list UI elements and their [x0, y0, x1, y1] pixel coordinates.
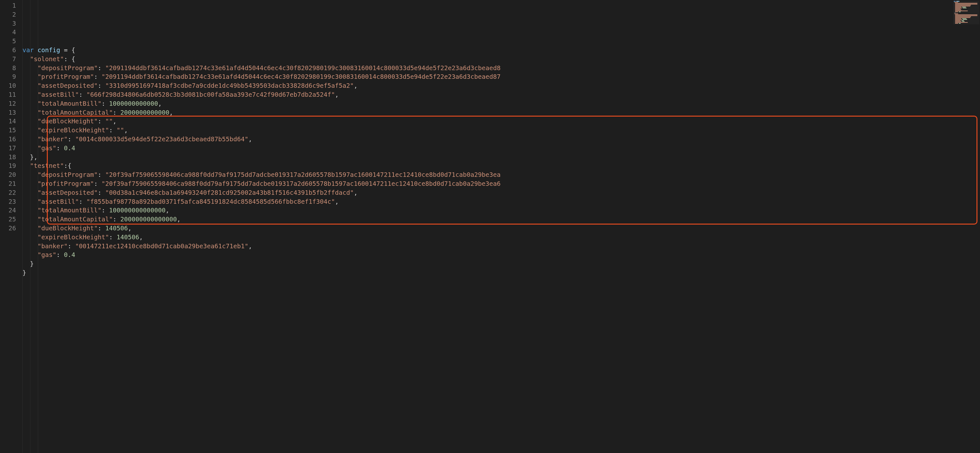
token-op: :: [98, 64, 105, 72]
minimap-segment: [962, 18, 967, 19]
code-line[interactable]: var config = {: [22, 46, 980, 55]
code-line[interactable]: "assetDeposited": "00d38a1c946e8cba1a694…: [22, 188, 980, 197]
line-number: 4: [0, 28, 16, 37]
code-line[interactable]: "dueBlockHeight": 140506,: [22, 224, 980, 233]
token-str: "dueBlockHeight": [38, 225, 98, 232]
token-op: :: [109, 127, 116, 134]
code-line[interactable]: "totalAmountCapital": 200000000000000,: [22, 215, 980, 224]
code-line[interactable]: "assetBill": "666f298d34806a6db0528c3b3d…: [22, 90, 980, 99]
token-op: }: [30, 260, 34, 268]
code-line[interactable]: "solonet": {: [22, 55, 980, 64]
line-number: 26: [0, 224, 16, 233]
code-line[interactable]: "gas": 0.4: [22, 250, 980, 260]
token-op: :: [94, 180, 101, 187]
token-op: ,: [128, 225, 132, 232]
token-str: "00147211ec12410ce8bd0d71cab0a29be3ea61c…: [75, 242, 248, 250]
token-num: 200000000000000: [120, 215, 177, 223]
line-number: 19: [0, 162, 16, 170]
token-str: "assetBill": [38, 91, 79, 98]
code-line[interactable]: "gas": 0.4: [22, 144, 980, 153]
token-str: "gas": [38, 251, 56, 258]
token-op: ,: [139, 234, 143, 241]
line-number: 2: [0, 10, 16, 19]
token-str: "20f39af759065598406ca988f0dd79af9175dd7…: [105, 171, 501, 179]
minimap-segment: [955, 16, 971, 17]
minimap[interactable]: [953, 1, 979, 24]
token-op: :: [79, 198, 86, 205]
line-number: 5: [0, 37, 16, 46]
code-line[interactable]: "dueBlockHeight": "",: [22, 117, 980, 126]
minimap-segment: [955, 11, 958, 12]
minimap-segment: [959, 23, 961, 24]
token-str: "assetDeposited": [38, 82, 98, 89]
indent-whitespace: [22, 55, 30, 63]
code-line[interactable]: "totalAmountBill": 1000000000000,: [22, 99, 980, 108]
token-op: ,: [335, 198, 339, 205]
code-line[interactable]: "depositProgram": "2091194ddbf3614cafbad…: [22, 64, 980, 73]
token-str: "2091194ddbf3614cafbadb1274c33e61afd4d50…: [102, 73, 501, 81]
minimap-segment: [955, 17, 970, 18]
code-line[interactable]: "testnet":{: [22, 162, 980, 170]
line-number: 17: [0, 144, 16, 153]
minimap-segment: [955, 9, 961, 9]
token-op: :: [102, 207, 109, 214]
minimap-segment: [955, 2, 958, 3]
token-str: "expireBlockHeight": [38, 127, 109, 134]
indent-guide: [22, 0, 23, 453]
token-num: 2000000000000: [120, 109, 169, 116]
token-op: : {: [64, 55, 75, 63]
minimap-segment: [955, 13, 958, 14]
code-line[interactable]: "depositProgram": "20f39af759065598406ca…: [22, 170, 980, 179]
token-op: :: [109, 234, 116, 241]
line-number: 7: [0, 55, 16, 64]
token-str: "assetDeposited": [38, 189, 98, 196]
line-number: 1: [0, 1, 16, 10]
token-op: ,: [158, 100, 162, 107]
minimap-segment: [955, 22, 968, 23]
code-line[interactable]: "assetBill": "f855baf98778a892bad0371f5a…: [22, 197, 980, 206]
code-area[interactable]: var config = { "solonet": { "depositProg…: [22, 0, 980, 453]
line-number: 10: [0, 81, 16, 90]
token-str: "depositProgram": [38, 64, 98, 72]
indent-whitespace: [22, 162, 30, 169]
minimap-segment: [955, 14, 977, 15]
minimap-segment: [955, 18, 961, 19]
code-line[interactable]: }: [22, 260, 980, 268]
code-line[interactable]: "banker": "0014c800033d5e94de5f22e23a6d3…: [22, 135, 980, 144]
code-editor[interactable]: 1234567891011121314151617181920212223242…: [0, 0, 980, 453]
code-line[interactable]: "banker": "00147211ec12410ce8bd0d71cab0a…: [22, 242, 980, 251]
minimap-segment: [955, 19, 962, 20]
code-line[interactable]: }: [22, 268, 980, 277]
token-op: ,: [165, 207, 169, 214]
token-op: :: [98, 225, 105, 232]
code-line[interactable]: "totalAmountCapital": 2000000000000,: [22, 108, 980, 117]
line-number: 16: [0, 135, 16, 144]
minimap-segment: [955, 23, 958, 24]
code-line[interactable]: "profitProgram": "20f39af759065598406ca9…: [22, 179, 980, 188]
minimap-segment: [955, 6, 970, 6]
minimap-segment: [955, 20, 961, 21]
indent-whitespace: [22, 260, 30, 268]
line-number: 6: [0, 46, 16, 55]
code-line[interactable]: "totalAmountBill": 100000000000000,: [22, 206, 980, 215]
token-op: :: [79, 91, 86, 98]
code-line[interactable]: "profitProgram": "2091194ddbf3614cafbadb…: [22, 73, 980, 81]
token-op: ,: [248, 242, 252, 250]
token-op: :: [94, 73, 101, 81]
token-str: "666f298d34806a6db0528c3b3d081bc00fa58aa…: [87, 91, 335, 98]
line-number: 3: [0, 19, 16, 28]
line-number: 21: [0, 179, 16, 188]
token-str: "banker": [38, 136, 68, 143]
token-op: [34, 46, 38, 54]
code-line[interactable]: },: [22, 153, 980, 162]
token-num: 100000000000000: [109, 207, 165, 214]
line-number: 18: [0, 153, 16, 162]
line-number: 23: [0, 197, 16, 206]
code-line[interactable]: "expireBlockHeight": "",: [22, 126, 980, 135]
token-op: :: [56, 144, 64, 152]
minimap-segment: [955, 7, 961, 7]
code-line[interactable]: "expireBlockHeight": 140506,: [22, 233, 980, 242]
token-str: "assetBill": [38, 198, 79, 205]
code-line[interactable]: "assetDeposited": "3310d9951697418af3cdb…: [22, 81, 980, 90]
token-op: ,: [113, 117, 117, 125]
